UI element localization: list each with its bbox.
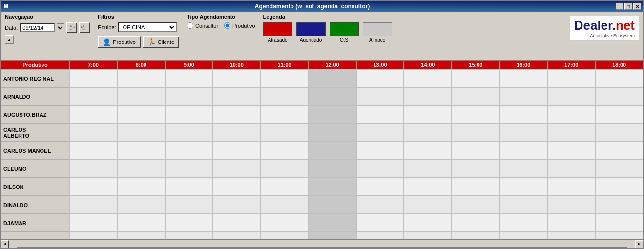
grid-cell[interactable] (595, 178, 643, 196)
grid-cell-lunch[interactable] (309, 124, 356, 142)
grid-cell[interactable] (452, 124, 499, 142)
grid-cell[interactable] (404, 124, 452, 142)
grid-cell[interactable] (356, 178, 404, 196)
grid-cell[interactable] (404, 178, 452, 196)
grid-cell[interactable] (213, 178, 261, 196)
grid-cell[interactable] (452, 69, 499, 87)
grid-cell[interactable] (165, 105, 213, 124)
cliente-button[interactable]: 🏃 Cliente (143, 36, 179, 48)
grid-cell[interactable] (69, 196, 117, 214)
grid-cell[interactable] (69, 142, 117, 160)
grid-cell-lunch[interactable] (309, 232, 356, 239)
grid-cell[interactable] (452, 142, 499, 160)
grid-cell[interactable] (117, 87, 165, 105)
grid-cell[interactable] (547, 178, 595, 196)
grid-cell[interactable] (356, 87, 404, 105)
date-input[interactable] (20, 23, 55, 32)
grid-cell[interactable] (499, 105, 547, 124)
grid-cell[interactable] (547, 87, 595, 105)
grid-cell-lunch[interactable] (309, 196, 356, 214)
grid-cell[interactable] (356, 142, 404, 160)
grid-cell[interactable] (69, 124, 117, 142)
grid-cell[interactable] (165, 87, 213, 105)
grid-cell-lunch[interactable] (309, 178, 356, 196)
grid-cell[interactable] (117, 214, 165, 232)
radio-consultor-input[interactable] (187, 22, 193, 29)
grid-cell[interactable] (261, 232, 309, 239)
grid-cell[interactable] (213, 105, 261, 124)
grid-cell[interactable] (404, 214, 452, 232)
grid-cell-lunch[interactable] (309, 160, 356, 178)
grid-cell[interactable] (213, 142, 261, 160)
grid-cell[interactable] (261, 87, 309, 105)
grid-cell[interactable] (595, 124, 643, 142)
grid-cell[interactable] (404, 232, 452, 239)
scroll-left-button[interactable]: ◄ (1, 240, 9, 248)
grid-cell[interactable] (261, 124, 309, 142)
grid-cell[interactable] (261, 160, 309, 178)
radio-consultor[interactable]: Consultor (187, 22, 218, 29)
grid-cell-lunch[interactable] (309, 214, 356, 232)
grid-cell[interactable] (117, 105, 165, 124)
produtivo-button[interactable]: 👤 Produtivo (98, 36, 140, 48)
grid-cell[interactable] (117, 69, 165, 87)
grid-cell[interactable] (165, 214, 213, 232)
grid-cell-lunch[interactable] (309, 105, 356, 124)
grid-cell[interactable] (165, 232, 213, 239)
grid-cell[interactable] (499, 232, 547, 239)
grid-cell[interactable] (595, 142, 643, 160)
grid-cell[interactable] (213, 196, 261, 214)
grid-cell[interactable] (547, 124, 595, 142)
grid-cell[interactable] (213, 232, 261, 239)
grid-cell[interactable] (356, 124, 404, 142)
nav-next-button[interactable] (79, 22, 90, 33)
grid-cell[interactable] (117, 196, 165, 214)
grid-cell[interactable] (404, 69, 452, 87)
grid-cell[interactable] (261, 214, 309, 232)
grid-cell[interactable] (117, 160, 165, 178)
grid-cell[interactable] (356, 69, 404, 87)
grid-cell[interactable] (452, 196, 499, 214)
grid-cell[interactable] (117, 124, 165, 142)
grid-cell[interactable] (117, 178, 165, 196)
grid-cell[interactable] (595, 105, 643, 124)
grid-cell[interactable] (499, 178, 547, 196)
grid-cell[interactable] (499, 124, 547, 142)
grid-cell[interactable] (117, 142, 165, 160)
grid-cell[interactable] (499, 160, 547, 178)
grid-cell[interactable] (404, 196, 452, 214)
grid-cell-lunch[interactable] (309, 87, 356, 105)
radio-produtivo[interactable]: Produtivo (224, 22, 255, 29)
grid-cell-lunch[interactable] (309, 69, 356, 87)
grid-cell[interactable] (595, 196, 643, 214)
grid-cell[interactable] (404, 160, 452, 178)
close-button[interactable]: ✕ (633, 3, 641, 10)
grid-cell[interactable] (69, 69, 117, 87)
small-nav-btn[interactable]: ▲ (5, 35, 14, 44)
grid-cell[interactable] (595, 69, 643, 87)
grid-cell[interactable] (213, 69, 261, 87)
grid-cell[interactable] (356, 214, 404, 232)
grid-cell[interactable] (595, 214, 643, 232)
grid-cell[interactable] (165, 142, 213, 160)
grid-cell[interactable] (499, 196, 547, 214)
grid-cell[interactable] (356, 232, 404, 239)
grid-cell[interactable] (499, 214, 547, 232)
grid-cell[interactable] (452, 160, 499, 178)
grid-cell[interactable] (261, 178, 309, 196)
grid-cell[interactable] (165, 196, 213, 214)
minimize-button[interactable]: _ (616, 3, 623, 10)
grid-cell[interactable] (165, 160, 213, 178)
grid-cell[interactable] (356, 105, 404, 124)
grid-cell[interactable] (165, 69, 213, 87)
date-dropdown[interactable]: ▼ (57, 23, 64, 32)
horizontal-scrollbar[interactable] (17, 241, 627, 248)
grid-cell[interactable] (499, 142, 547, 160)
grid-cell[interactable] (261, 105, 309, 124)
grid-cell[interactable] (69, 178, 117, 196)
grid-cell[interactable] (547, 214, 595, 232)
grid-cell[interactable] (261, 196, 309, 214)
grid-cell[interactable] (595, 160, 643, 178)
grid-cell[interactable] (213, 124, 261, 142)
grid-cell[interactable] (595, 232, 643, 239)
